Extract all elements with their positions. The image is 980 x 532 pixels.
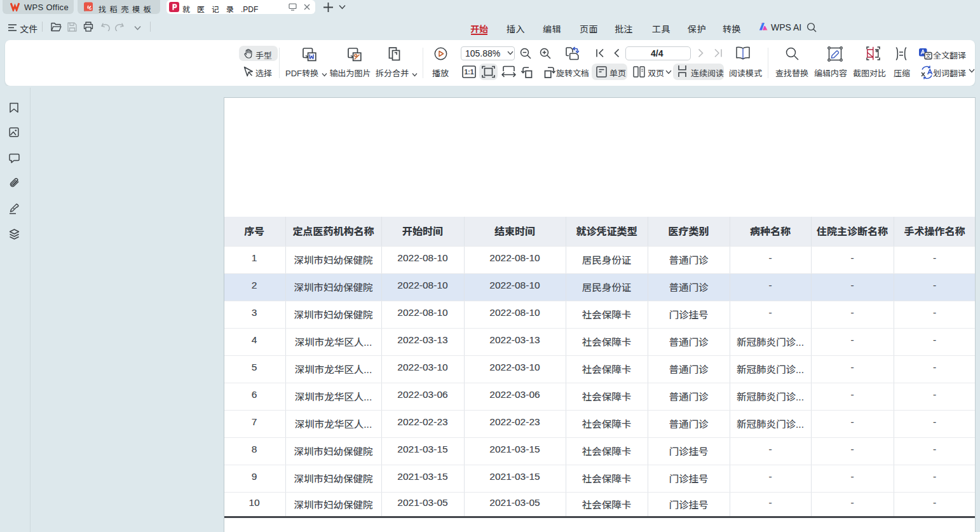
svg-text:1:1: 1:1 <box>464 68 473 76</box>
svg-text:文: 文 <box>925 51 931 59</box>
